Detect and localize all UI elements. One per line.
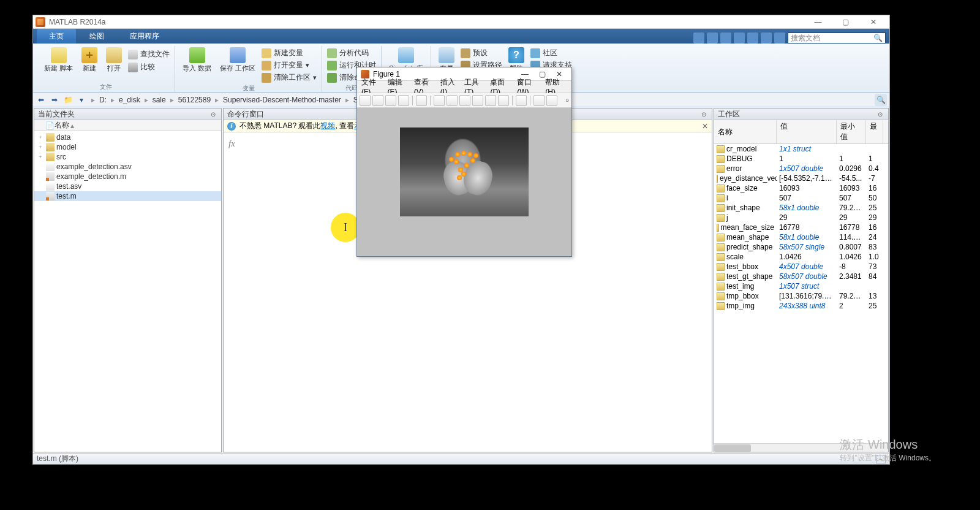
new-var-button[interactable]: 新建变量 <box>262 47 317 59</box>
horizontal-scrollbar[interactable] <box>714 443 888 452</box>
workspace-variable[interactable]: scale1.04261.04261.0 <box>714 252 888 262</box>
file-item[interactable]: example_detection.m <box>34 172 221 181</box>
figure-window[interactable]: Figure 1 — ▢ ✕ 文件(F)编辑(E)查看(V)插入(I)工具(T)… <box>356 67 572 257</box>
tab-apps[interactable]: 应用程序 <box>118 29 172 44</box>
workspace-variable[interactable]: test_gt_shape58x507 double2.348184 <box>714 272 888 281</box>
save-workspace-button[interactable]: 保存 工作区 <box>217 46 258 73</box>
figure-axes[interactable] <box>357 108 571 256</box>
column-header[interactable]: 最 <box>866 120 883 143</box>
tab-home[interactable]: 主页 <box>37 29 76 44</box>
workspace-header: 名称 值 最小值 最 <box>714 120 888 144</box>
qat-icon[interactable] <box>761 32 772 44</box>
video-link[interactable]: 视频 <box>320 121 335 131</box>
displayed-image <box>400 128 529 216</box>
pan-icon[interactable] <box>459 95 470 106</box>
maximize-button[interactable]: ▢ <box>832 16 859 28</box>
panel-menu-icon[interactable]: ⊙ <box>876 110 884 118</box>
datatip-icon[interactable] <box>485 95 496 106</box>
column-header[interactable]: 最小值 <box>837 120 866 143</box>
workspace-variable[interactable]: mean_face_size167781677816 <box>714 223 888 232</box>
up-folder-button[interactable]: 📁 <box>62 94 74 105</box>
rotate-icon[interactable] <box>472 95 483 106</box>
workspace-variable[interactable]: mean_shape58x1 double114.8...24 <box>714 232 888 242</box>
print-icon[interactable] <box>398 95 409 106</box>
details-toggle-button[interactable]: ︿ <box>876 455 886 463</box>
pointer-icon[interactable] <box>416 95 427 106</box>
breadcrumb[interactable]: Supervised-Descent-Method-master <box>223 96 341 104</box>
new-script-button[interactable]: 新建 脚本 <box>42 46 75 73</box>
browse-button[interactable]: ▾ <box>76 94 87 105</box>
brush-icon[interactable] <box>498 95 509 106</box>
workspace-variable[interactable]: test_img1x507 struct <box>714 281 888 291</box>
file-item[interactable]: test.asv <box>34 181 221 191</box>
breadcrumb[interactable]: 56122589 <box>178 96 211 104</box>
title-bar[interactable]: MATLAB R2014a — ▢ ✕ <box>33 15 889 29</box>
doc-search-input[interactable]: 搜索文档 🔍 <box>788 32 886 44</box>
compare-button[interactable]: 比较 <box>128 61 170 73</box>
panel-menu-icon[interactable]: ⊙ <box>699 110 708 118</box>
open-figure-icon[interactable] <box>372 95 383 106</box>
tab-plots[interactable]: 绘图 <box>77 29 116 44</box>
column-header[interactable]: 名称 <box>714 120 777 143</box>
group-label: 文件 <box>42 82 170 92</box>
workspace-variable[interactable]: face_size160931609316 <box>714 183 888 193</box>
qat-icon[interactable] <box>734 32 745 44</box>
close-button[interactable]: ✕ <box>859 16 887 28</box>
panel-title: 当前文件夹 <box>38 109 75 120</box>
file-item[interactable]: example_detection.asv <box>34 162 221 172</box>
workspace-variable[interactable]: predict_shape58x507 single0.800783 <box>714 242 888 252</box>
import-data-button[interactable]: 导入 数据 <box>180 46 214 73</box>
workspace-variable[interactable]: test_bbox4x507 double-873 <box>714 262 888 272</box>
workspace-variable[interactable]: error1x507 double0.02960.4 <box>714 164 888 173</box>
column-header[interactable]: 值 <box>777 120 837 143</box>
clear-workspace-button[interactable]: 清除工作区 ▾ <box>262 72 317 83</box>
workspace-variable[interactable]: j292929 <box>714 213 888 223</box>
app-title: MATLAB R2014a <box>49 18 106 26</box>
save-figure-icon[interactable] <box>385 95 396 106</box>
file-item[interactable]: +src <box>34 152 221 162</box>
qat-icon[interactable] <box>707 32 718 44</box>
workspace-variable[interactable]: cr_model1x1 struct <box>714 144 888 154</box>
qat-icon[interactable] <box>720 32 731 44</box>
find-files-button[interactable]: 查找文件 <box>128 48 170 60</box>
workspace-variable[interactable]: DEBUG111 <box>714 154 888 164</box>
file-tree: +data+model+srcexample_detection.asvexam… <box>34 131 221 202</box>
matlab-logo-icon <box>36 17 45 27</box>
toolstrip-tabs: 主页 绘图 应用程序 搜索文档 🔍 <box>33 29 889 44</box>
file-item[interactable]: +data <box>34 132 221 142</box>
new-button[interactable]: 新建 <box>79 46 100 73</box>
figure-menu-bar: 文件(F)编辑(E)查看(V)插入(I)工具(T)桌面(D)窗口(W)帮助(H) <box>357 81 571 93</box>
workspace-variable[interactable]: eye_distance_vec...[-54.5352,-7.1354]-54… <box>714 173 888 183</box>
status-text: test.m (脚本) <box>37 454 78 464</box>
breadcrumb[interactable]: e_disk <box>119 96 140 104</box>
panel-menu-icon[interactable]: ⊙ <box>209 110 217 118</box>
colorbar-icon[interactable] <box>533 95 545 106</box>
file-item[interactable]: test.m <box>34 191 221 201</box>
workspace-variable[interactable]: init_shape58x1 double79.23...25 <box>714 203 888 213</box>
legend-icon[interactable] <box>546 95 557 106</box>
open-var-button[interactable]: 打开变量 ▾ <box>262 59 317 71</box>
dismiss-banner-button[interactable]: ✕ <box>702 122 708 131</box>
open-button[interactable]: 打开 <box>104 46 124 73</box>
workspace-variable[interactable]: i50750750 <box>714 193 888 203</box>
preferences-button[interactable]: 预设 <box>461 47 502 59</box>
workspace-variable[interactable]: tmp_bbox[131.3616;79.2340;...79.23...13 <box>714 291 888 301</box>
zoom-out-icon[interactable] <box>447 95 458 106</box>
breadcrumb[interactable]: sale <box>153 96 166 104</box>
qat-icon[interactable] <box>693 32 704 44</box>
column-header[interactable]: 名称 <box>55 120 69 131</box>
back-button[interactable]: ⬅ <box>36 94 47 105</box>
path-search-icon[interactable]: 🔍 <box>875 94 887 106</box>
file-item[interactable]: +model <box>34 142 221 152</box>
qat-icon[interactable] <box>774 32 785 44</box>
minimize-button[interactable]: — <box>804 16 832 28</box>
qat-icon[interactable] <box>747 32 758 44</box>
zoom-in-icon[interactable] <box>434 95 445 106</box>
breadcrumb[interactable]: D: <box>99 96 107 104</box>
workspace-variable[interactable]: tmp_img243x388 uint8225 <box>714 301 888 311</box>
community-button[interactable]: 社区 <box>530 47 572 59</box>
new-figure-icon[interactable] <box>360 95 371 106</box>
link-icon[interactable] <box>516 95 527 106</box>
forward-button[interactable]: ➡ <box>49 94 60 105</box>
analyze-code-button[interactable]: 分析代码 <box>327 47 376 59</box>
